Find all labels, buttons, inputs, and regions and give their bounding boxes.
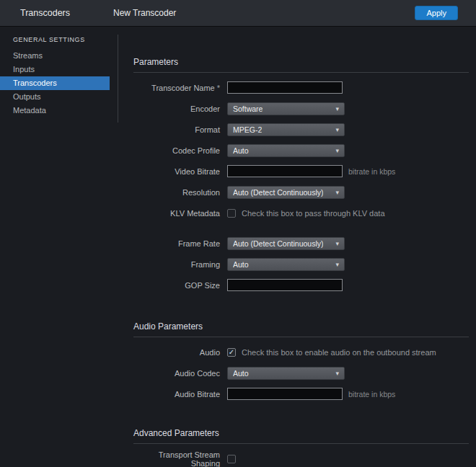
video-bitrate-input[interactable] (227, 165, 343, 177)
audio-codec-label: Audio Codec (133, 369, 220, 378)
transcoder-name-label: Transcoder Name* (133, 84, 220, 92)
frame-rate-row: Frame Rate Auto (Detect Continuously) ▾ (133, 233, 469, 254)
format-dropdown-value: MPEG-2 (233, 125, 262, 134)
encoder-dropdown-value: Software (233, 104, 263, 113)
chevron-down-icon: ▾ (335, 189, 339, 196)
audio-row: Audio ✓ Check this box to enable audio o… (133, 342, 469, 363)
chevron-down-icon: ▾ (335, 105, 339, 112)
transcoder-name-input[interactable] (227, 81, 343, 94)
framing-label: Framing (133, 260, 220, 269)
sidebar-item-inputs[interactable]: Inputs (0, 63, 110, 76)
app-title: Transcoders (0, 8, 113, 18)
transcoder-name-row: Transcoder Name* (133, 77, 469, 98)
encoder-row: Encoder Software ▾ (133, 98, 469, 119)
resolution-row: Resolution Auto (Detect Continuously) ▾ (133, 182, 469, 203)
codec-profile-dropdown[interactable]: Auto ▾ (227, 144, 345, 157)
encoder-dropdown[interactable]: Software ▾ (227, 102, 345, 115)
section-advanced-parameters: Advanced Parameters Transport Stream Sha… (133, 428, 469, 467)
chevron-down-icon: ▾ (335, 147, 339, 154)
klv-metadata-checkbox-label: Check this box to pass through KLV data (242, 209, 385, 218)
sidebar-section-label: GENERAL SETTINGS (0, 27, 115, 49)
audio-label: Audio (133, 348, 220, 357)
main-content: Parameters Transcoder Name* Encoder Soft… (133, 27, 469, 467)
chevron-down-icon: ▾ (335, 240, 339, 247)
sidebar: GENERAL SETTINGS Streams Inputs Transcod… (0, 27, 115, 117)
sidebar-item-streams[interactable]: Streams (0, 49, 110, 63)
framing-dropdown[interactable]: Auto ▾ (227, 258, 345, 271)
sidebar-item-transcoders[interactable]: Transcoders (0, 76, 110, 90)
transport-stream-shaping-label: Transport Stream Shaping (133, 450, 220, 467)
audio-bitrate-row: Audio Bitrate bitrate in kbps (133, 383, 469, 404)
klv-metadata-row: KLV Metadata Check this box to pass thro… (133, 203, 469, 223)
framing-row: Framing Auto ▾ (133, 254, 469, 275)
format-label: Format (133, 125, 220, 134)
required-mark: * (217, 84, 220, 92)
resolution-dropdown[interactable]: Auto (Detect Continuously) ▾ (227, 186, 345, 199)
section-audio-parameters: Audio Parameters Audio ✓ Check this box … (133, 321, 469, 404)
sidebar-divider (118, 35, 118, 123)
gop-size-row: GOP Size (133, 275, 469, 295)
apply-button[interactable]: Apply (415, 6, 458, 20)
page-title: New Transcoder (113, 8, 176, 18)
chevron-down-icon: ▾ (335, 370, 339, 377)
resolution-dropdown-value: Auto (Detect Continuously) (233, 188, 323, 197)
codec-profile-label: Codec Profile (133, 146, 220, 155)
codec-profile-row: Codec Profile Auto ▾ (133, 140, 469, 161)
video-bitrate-row: Video Bitrate bitrate in kbps (133, 161, 469, 182)
top-header: Transcoders New Transcoder Apply (0, 0, 476, 27)
format-row: Format MPEG-2 ▾ (133, 119, 469, 140)
audio-codec-dropdown[interactable]: Auto ▾ (227, 367, 345, 380)
sidebar-item-outputs[interactable]: Outputs (0, 90, 110, 104)
video-bitrate-label: Video Bitrate (133, 167, 220, 176)
sidebar-item-metadata[interactable]: Metadata (0, 104, 110, 117)
transport-stream-shaping-checkbox[interactable] (227, 455, 236, 463)
audio-codec-dropdown-value: Auto (233, 369, 249, 378)
check-icon: ✓ (229, 349, 234, 356)
audio-bitrate-input[interactable] (227, 388, 343, 400)
gop-size-input[interactable] (227, 279, 343, 291)
advanced-section-title: Advanced Parameters (133, 428, 469, 444)
audio-checkbox-label: Check this box to enable audio on the ou… (242, 348, 436, 357)
video-bitrate-hint: bitrate in kbps (348, 167, 395, 176)
transcoder-name-label-text: Transcoder Name (151, 84, 215, 92)
encoder-label: Encoder (133, 104, 220, 113)
chevron-down-icon: ▾ (335, 261, 339, 268)
chevron-down-icon: ▾ (335, 126, 339, 133)
audio-checkbox[interactable]: ✓ (227, 348, 236, 357)
transport-stream-shaping-row: Transport Stream Shaping (133, 448, 469, 467)
audio-bitrate-label: Audio Bitrate (133, 390, 220, 399)
framing-dropdown-value: Auto (233, 260, 249, 269)
audio-codec-row: Audio Codec Auto ▾ (133, 363, 469, 383)
format-dropdown[interactable]: MPEG-2 ▾ (227, 123, 345, 136)
klv-metadata-label: KLV Metadata (133, 209, 220, 218)
klv-metadata-checkbox[interactable] (227, 209, 236, 218)
resolution-label: Resolution (133, 188, 220, 197)
codec-profile-dropdown-value: Auto (233, 146, 249, 155)
gop-size-label: GOP Size (133, 281, 220, 290)
frame-rate-dropdown-value: Auto (Detect Continuously) (233, 239, 323, 248)
audio-section-title: Audio Parameters (133, 321, 469, 337)
audio-bitrate-hint: bitrate in kbps (348, 390, 395, 399)
frame-rate-dropdown[interactable]: Auto (Detect Continuously) ▾ (227, 237, 345, 250)
frame-rate-label: Frame Rate (133, 239, 220, 248)
row-gap (133, 223, 469, 233)
section-parameters: Parameters Transcoder Name* Encoder Soft… (133, 57, 469, 295)
parameters-section-title: Parameters (133, 57, 469, 73)
